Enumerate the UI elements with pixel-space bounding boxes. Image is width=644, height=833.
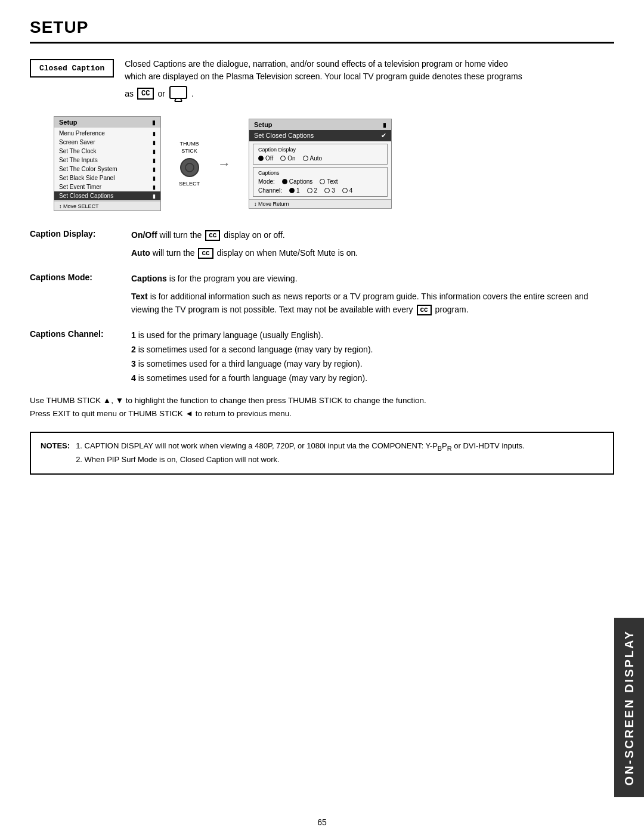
captions-section-title: Captions xyxy=(258,170,382,176)
notes-label-text: NOTES: xyxy=(41,440,70,466)
cc-badge-icon: CC xyxy=(137,88,154,100)
menu-item-arrow-6: ▮ xyxy=(153,184,156,190)
mode-captions-label: Captions xyxy=(289,178,312,185)
cc-intro: Closed Caption Closed Captions are the d… xyxy=(30,58,614,102)
ch-2-circle xyxy=(307,188,312,193)
caption-display-label: Caption Display: xyxy=(30,229,131,239)
on-off-bold: On/Off xyxy=(131,230,157,240)
menu-item-arrow-5: ▮ xyxy=(153,175,156,181)
main-content: SETUP Closed Caption Closed Captions are… xyxy=(0,0,644,808)
cc-label-box: Closed Caption xyxy=(30,59,114,78)
menu-item-label-2: Set The Clock xyxy=(59,148,97,154)
ch-4-circle xyxy=(342,188,348,193)
menu1-title-bar: Setup ▮ xyxy=(54,117,160,128)
menu2-title: Setup xyxy=(254,121,273,128)
menu-item-4: Set The Color System ▮ xyxy=(54,165,160,174)
nav-line2: Press EXIT to quit menu or THUMB STICK ◄… xyxy=(30,407,614,420)
mode-text: Text xyxy=(320,178,338,185)
right-arrow-symbol: → xyxy=(218,156,231,172)
captions-channel-content: 1 is used for the primary language (usua… xyxy=(131,329,614,386)
menu2-subtitle: Set Closed Captions xyxy=(254,132,314,140)
menu-item-label-0: Menu Preference xyxy=(59,130,105,137)
menu1-title: Setup xyxy=(59,119,78,126)
notes-content: NOTES: 1. CAPTION DISPLAY will not work … xyxy=(41,440,603,466)
text-suffix2: program. xyxy=(435,305,469,314)
captions-line: Captions is for the program you are view… xyxy=(131,272,614,286)
auto-suffix2: display on when Mute/Soft Mute is on. xyxy=(217,248,358,258)
radio-on-label: On xyxy=(287,155,295,162)
menu-item-label-1: Screen Saver xyxy=(59,139,95,145)
menu-item-2: Set The Clock ▮ xyxy=(54,147,160,156)
cc-description: Closed Captions are the dialogue, narrat… xyxy=(125,58,522,102)
menu1-footer: ↕ Move SELECT xyxy=(54,202,160,210)
captions-mode-desc-row: Captions Mode: Captions is for the progr… xyxy=(30,272,614,321)
mode-label: Mode: xyxy=(258,178,275,185)
ch-1-circle xyxy=(289,188,295,193)
cc-desc-line1: Closed Captions are the dialogue, narrat… xyxy=(125,59,508,69)
page-container: SETUP Closed Caption Closed Captions are… xyxy=(0,0,644,833)
ch-3: 3 xyxy=(324,187,335,194)
captions-channel-desc-row: Captions Channel: 1 is used for the prim… xyxy=(30,329,614,386)
menu-item-3: Set The Inputs ▮ xyxy=(54,156,160,165)
captions-channel-row: Channel: 1 2 3 xyxy=(258,187,382,194)
ch-2-label: 2 xyxy=(314,187,318,194)
select-arrow-icon xyxy=(185,163,194,172)
svg-rect-0 xyxy=(170,86,187,98)
menu-item-arrow-2: ▮ xyxy=(153,148,156,154)
captions-mode-row: Mode: Captions Text xyxy=(258,178,382,185)
cc-badge-auto: CC xyxy=(198,248,213,259)
notes-box: NOTES: 1. CAPTION DISPLAY will not work … xyxy=(30,432,614,475)
ch-3-circle xyxy=(324,188,330,193)
menu-item-arrow-7: ▮ xyxy=(153,193,156,199)
caption-display-row: Caption Display: On/Off will turn the CC… xyxy=(30,229,614,264)
caption-display-content: On/Off will turn the CC display on or of… xyxy=(131,229,614,264)
menu-item-0: Menu Preference ▮ xyxy=(54,129,160,138)
select-button xyxy=(180,158,199,177)
menu-item-1: Screen Saver ▮ xyxy=(54,138,160,147)
radio-off-circle xyxy=(258,156,264,161)
menu-item-label-5: Set Black Side Panel xyxy=(59,175,114,181)
menu-item-arrow-3: ▮ xyxy=(153,157,156,163)
radio-auto: Auto xyxy=(303,155,323,162)
radio-off-label: Off xyxy=(265,155,273,162)
captions-section: Captions Mode: Captions Text Chan xyxy=(253,167,388,197)
radio-on-circle xyxy=(280,156,286,161)
cc-as-text: as xyxy=(125,88,134,100)
captions-suffix: is for the program you are viewing. xyxy=(169,274,298,283)
notes-items: 1. CAPTION DISPLAY will not work when vi… xyxy=(76,440,603,466)
tv-icon xyxy=(169,85,188,102)
cc-badge-text: CC xyxy=(417,305,432,315)
menu-screenshots: Setup ▮ Menu Preference ▮ Screen Saver ▮… xyxy=(54,116,614,211)
arrow-container: THUMBSTICK SELECT xyxy=(179,141,200,187)
caption-display-options: Off On Auto xyxy=(258,155,382,162)
menu2-footer: ↕ Move Return xyxy=(249,199,391,208)
page-title: SETUP xyxy=(30,18,614,44)
sub-B: B xyxy=(438,445,442,452)
mode-captions-circle xyxy=(282,179,287,184)
sub-R: R xyxy=(447,445,452,452)
ch-4: 4 xyxy=(342,187,353,194)
cc-badge-onoff: CC xyxy=(205,230,220,241)
menu-item-6: Set Event Timer ▮ xyxy=(54,182,160,191)
channel-item-1: 2 is sometimes used for a second languag… xyxy=(131,343,614,357)
ch-1-label: 1 xyxy=(296,187,300,194)
menu2-subtitle-check: ✔ xyxy=(381,132,386,140)
text-suffix: is for additional information such as ne… xyxy=(131,292,589,314)
note-2: 2. When PIP Surf Mode is on, Closed Capt… xyxy=(76,454,603,466)
text-bold: Text xyxy=(131,292,148,301)
captions-bold: Captions xyxy=(131,274,167,283)
ch-2: 2 xyxy=(307,187,318,194)
cc-icons-line: as CC or . xyxy=(125,85,522,102)
menu-box-2: Setup ▮ Set Closed Captions ✔ Caption Di… xyxy=(249,119,392,209)
menu-item-arrow-1: ▮ xyxy=(153,140,156,145)
captions-mode-content: Captions is for the program you are view… xyxy=(131,272,614,321)
radio-auto-circle xyxy=(303,156,308,161)
menu1-items: Menu Preference ▮ Screen Saver ▮ Set The… xyxy=(54,128,160,202)
menu-item-arrow-4: ▮ xyxy=(153,166,156,172)
cc-desc-line2: which are displayed on the Plasma Televi… xyxy=(125,72,522,81)
menu-item-label-7: Set Closed Captions xyxy=(59,193,113,199)
thumb-stick-label: THUMBSTICK xyxy=(180,141,199,154)
ch-1: 1 xyxy=(289,187,300,194)
menu-item-5: Set Black Side Panel ▮ xyxy=(54,174,160,182)
descriptions: Caption Display: On/Off will turn the CC… xyxy=(30,229,614,386)
